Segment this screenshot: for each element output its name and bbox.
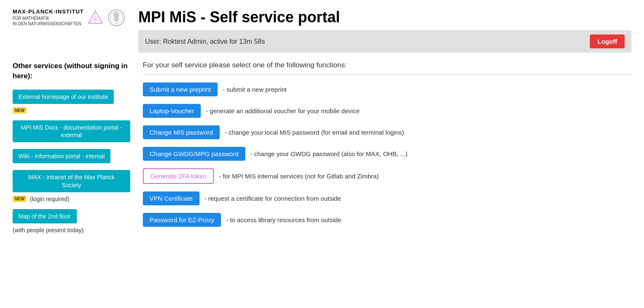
triangle-icon xyxy=(87,9,104,26)
svg-point-6 xyxy=(114,12,119,19)
sidebar: Other services (without signing in here)… xyxy=(13,61,130,234)
list-item: Change GWDG/MPG password - change your G… xyxy=(143,147,631,161)
vpn-certificate-button[interactable]: VPN Certificate xyxy=(143,191,200,205)
user-bar: User: Roktest Admin, active for 13m 58s … xyxy=(138,30,631,53)
function-desc: - change your local MiS password (for em… xyxy=(225,129,404,136)
list-item: Generate 2FA token - for MPI MiS interna… xyxy=(143,168,631,184)
logo-line3: IN DEN NATURWISSENSCHAFTEN xyxy=(13,21,84,27)
main-section: Other services (without signing in here)… xyxy=(0,57,644,246)
sidebar-item-note: (with people present today) xyxy=(13,227,84,234)
logoff-button[interactable]: Logoff xyxy=(590,35,625,48)
ezproxy-password-button[interactable]: Password for EZ-Proxy xyxy=(143,213,221,227)
coin-icon xyxy=(107,8,126,27)
content-intro: For your self service please select one … xyxy=(143,61,631,75)
functions-list: Submit a new preprint - submit a new pre… xyxy=(143,82,631,227)
function-desc: - request a certificate for connection f… xyxy=(205,195,341,202)
change-mis-password-button[interactable]: Change MiS password xyxy=(143,125,220,139)
list-item: MPI MiS Docs - documentation portal - ex… xyxy=(13,120,130,142)
list-item: Change MiS password - change your local … xyxy=(143,125,631,139)
map-button[interactable]: Map of the 2nd floor xyxy=(13,209,77,223)
list-item: VPN Certificate - request a certificate … xyxy=(143,191,631,205)
logo-line1: MAX-PLANCK-INSTITUT xyxy=(13,8,84,16)
sidebar-title: Other services (without signing in here)… xyxy=(13,61,130,81)
external-homepage-button[interactable]: External homepage of our institute xyxy=(13,90,114,104)
page-wrapper: MAX-PLANCK-INSTITUT FÜR MATHEMATIK IN DE… xyxy=(0,0,644,308)
list-item: Submit a new preprint - submit a new pre… xyxy=(143,82,631,96)
generate-2fa-token-button[interactable]: Generate 2FA token xyxy=(143,168,214,184)
list-item: Laptop-Voucher - generate an additional … xyxy=(143,104,631,118)
top-section: MAX-PLANCK-INSTITUT FÜR MATHEMATIK IN DE… xyxy=(0,0,644,57)
new-badge: NEW xyxy=(13,107,26,114)
function-desc: - to access library resources from outsi… xyxy=(226,216,341,223)
laptop-voucher-button[interactable]: Laptop-Voucher xyxy=(143,104,201,118)
list-item: Wiki - information portal - internal xyxy=(13,149,130,163)
function-desc: - for MPI MiS internal services (not for… xyxy=(219,173,379,180)
list-item: MAX - Intranet of the Max Planck Society… xyxy=(13,170,130,202)
function-desc: - generate an additional voucher for you… xyxy=(206,107,360,114)
wiki-button[interactable]: Wiki - information portal - internal xyxy=(13,149,110,163)
max-intranet-button[interactable]: MAX - Intranet of the Max Planck Society xyxy=(13,170,130,192)
logo-line2: FÜR MATHEMATIK xyxy=(13,16,84,21)
new-badge: NEW xyxy=(13,196,26,202)
logo-text-block: MAX-PLANCK-INSTITUT FÜR MATHEMATIK IN DE… xyxy=(13,8,84,27)
header-right: MPI MiS - Self service portal User: Rokt… xyxy=(138,8,631,53)
logo-icons xyxy=(87,8,126,27)
page-title: MPI MiS - Self service portal xyxy=(138,8,631,26)
list-item: External homepage of our institute NEW xyxy=(13,90,130,114)
sidebar-item-note: (login required) xyxy=(30,196,69,202)
change-gwdg-password-button[interactable]: Change GWDG/MPG password xyxy=(143,147,245,161)
function-desc: - change your GWDG password (also for MA… xyxy=(250,150,407,157)
submit-preprint-button[interactable]: Submit a new preprint xyxy=(143,82,218,96)
mpimis-docs-button[interactable]: MPI MiS Docs - documentation portal - ex… xyxy=(13,120,130,142)
function-desc: - submit a new preprint xyxy=(223,86,287,93)
user-info: User: Roktest Admin, active for 13m 58s xyxy=(145,38,265,45)
list-item: Password for EZ-Proxy - to access librar… xyxy=(143,213,631,227)
logo-area: MAX-PLANCK-INSTITUT FÜR MATHEMATIK IN DE… xyxy=(13,8,126,53)
content-area: For your self service please select one … xyxy=(143,61,631,234)
list-item: Map of the 2nd floor (with people presen… xyxy=(13,209,130,234)
